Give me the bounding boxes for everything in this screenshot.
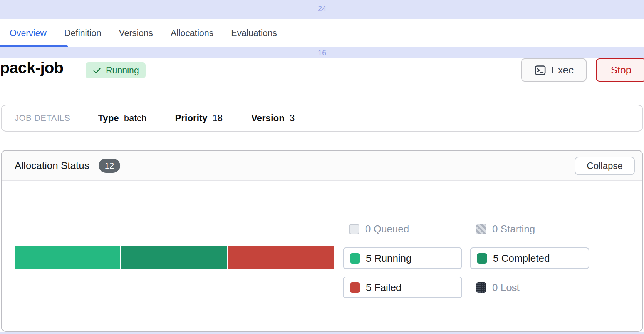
bar-segment-completed[interactable] [121, 246, 227, 269]
legend-item-starting-label: 0 Starting [492, 223, 535, 235]
running-swatch-icon [350, 253, 360, 264]
bar-segment-running[interactable] [15, 246, 120, 269]
tab-versions[interactable]: Versions [119, 28, 153, 38]
job-detail-version-value: 3 [290, 113, 295, 124]
legend-item-running[interactable]: 5 Running [343, 247, 462, 269]
allocation-status-title: Allocation Status [15, 160, 89, 172]
stop-button[interactable]: Stop [596, 58, 644, 82]
allocation-status-header: Allocation Status 12 Collapse [2, 151, 642, 181]
tab-allocations[interactable]: Allocations [171, 28, 213, 38]
legend-item-failed[interactable]: 5 Failed [343, 277, 462, 298]
queued-swatch-icon [349, 224, 359, 234]
allocation-count-badge: 12 [99, 159, 120, 173]
completed-swatch-icon [477, 253, 487, 264]
status-badge-label: Running [106, 65, 139, 76]
job-detail-priority: Priority 18 [175, 113, 223, 124]
job-detail-type: Type batch [98, 113, 146, 124]
status-badge: Running [86, 62, 146, 78]
legend-item-running-label: 5 Running [366, 252, 412, 264]
job-details-section-label: JOB DETAILS [15, 113, 70, 123]
exec-button[interactable]: Exec [521, 58, 587, 82]
legend-item-failed-label: 5 Failed [366, 282, 402, 294]
spacer-middle: 16 [0, 47, 644, 58]
exec-button-label: Exec [551, 64, 574, 76]
legend-item-queued-label: 0 Queued [365, 223, 409, 235]
job-detail-version: Version 3 [251, 113, 295, 124]
tab-bar: Overview Definition Versions Allocations… [0, 19, 644, 47]
legend-item-lost: 0 Lost [470, 277, 589, 298]
bar-segment-failed[interactable] [228, 246, 334, 269]
check-icon [92, 66, 102, 75]
job-detail-type-label: Type [98, 113, 119, 124]
terminal-icon [534, 64, 546, 76]
legend-item-starting: 0 Starting [470, 218, 589, 240]
tab-overview[interactable]: Overview [10, 28, 47, 38]
allocation-status-body: 0 Queued 0 Starting 5 Running 5 Complete… [2, 181, 642, 332]
job-detail-priority-label: Priority [175, 113, 207, 124]
tab-evaluations[interactable]: Evaluations [231, 28, 277, 38]
lost-swatch-icon [476, 282, 486, 293]
job-detail-priority-value: 18 [212, 113, 223, 124]
starting-swatch-icon [476, 224, 486, 234]
legend-item-queued: 0 Queued [343, 218, 462, 240]
title-row: pack-job Running Exec Stop [0, 58, 644, 83]
page-title: pack-job [0, 59, 64, 77]
job-detail-version-label: Version [251, 113, 285, 124]
tab-definition[interactable]: Definition [64, 28, 101, 38]
job-detail-type-value: batch [124, 113, 147, 124]
allocation-bar[interactable] [15, 246, 334, 269]
job-details-card: JOB DETAILS Type batch Priority 18 Versi… [1, 105, 643, 132]
legend-item-lost-label: 0 Lost [492, 282, 520, 294]
legend-item-completed[interactable]: 5 Completed [470, 247, 589, 269]
spacer-top: 24 [0, 0, 644, 19]
stop-button-label: Stop [611, 64, 632, 76]
job-overview-page: 24 Overview Definition Versions Allocati… [0, 0, 644, 334]
allocation-status-card: Allocation Status 12 Collapse 0 Queued 0… [1, 150, 643, 332]
collapse-button[interactable]: Collapse [575, 157, 635, 175]
legend-item-completed-label: 5 Completed [493, 252, 550, 264]
spacer-bottom [0, 332, 644, 334]
failed-swatch-icon [350, 282, 360, 293]
